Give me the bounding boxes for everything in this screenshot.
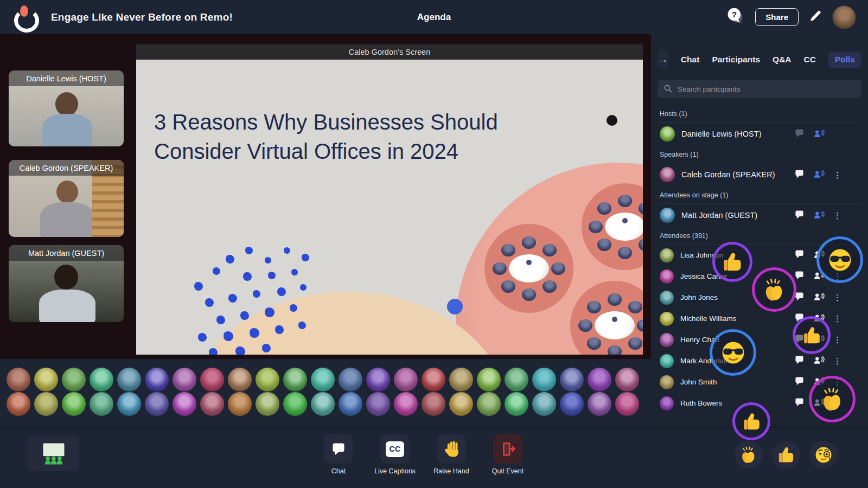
slide-chair: [628, 301, 642, 313]
more-options-icon[interactable]: ⋮: [833, 171, 841, 179]
attendee-avatar[interactable]: [311, 392, 335, 416]
participant-row[interactable]: Danielle Lewis (HOST): [651, 123, 868, 145]
stage-view-button[interactable]: [28, 436, 79, 471]
more-options-icon[interactable]: ⋮: [833, 357, 841, 365]
attendee-avatar[interactable]: [256, 392, 279, 416]
collapse-sidebar-icon[interactable]: →: [658, 50, 668, 69]
chat-icon[interactable]: [794, 169, 805, 181]
user-avatar[interactable]: [832, 5, 856, 29]
more-options-icon[interactable]: ⋮: [833, 314, 841, 323]
attendee-avatar[interactable]: [560, 392, 584, 416]
attendee-avatar[interactable]: [7, 368, 30, 391]
more-options-icon[interactable]: ⋮: [833, 293, 841, 301]
tab-qa[interactable]: Q&A: [773, 52, 791, 68]
attendee-avatar[interactable]: [588, 392, 611, 416]
chat-icon[interactable]: [794, 249, 805, 261]
attendee-avatar[interactable]: [449, 392, 473, 416]
video-tile-speaker[interactable]: Caleb Gordon (SPEAKER): [9, 160, 124, 237]
attendee-avatar[interactable]: [588, 368, 611, 391]
attendee-avatar[interactable]: [560, 368, 584, 391]
attendee-avatar-row: [7, 392, 639, 416]
attendee-avatar[interactable]: [200, 368, 224, 391]
toolbar-label: Raise Hand: [433, 467, 469, 475]
attendee-avatar[interactable]: [34, 392, 58, 416]
attendee-avatar[interactable]: [366, 368, 390, 391]
participant-row[interactable]: Michelle Williams⋮: [651, 308, 868, 329]
search-participants-box[interactable]: [658, 80, 861, 98]
chat-icon[interactable]: [794, 209, 805, 222]
attendee-avatar[interactable]: [173, 368, 196, 391]
tab-chat[interactable]: Chat: [681, 52, 699, 68]
monocle-face-reaction-button[interactable]: [809, 441, 838, 469]
attendee-avatar[interactable]: [200, 392, 224, 416]
participant-row[interactable]: Caleb Gordan (SPEAKER)⋮: [651, 163, 868, 186]
attendee-avatar[interactable]: [505, 368, 528, 391]
attendee-avatar[interactable]: [62, 392, 86, 416]
attendee-avatar[interactable]: [394, 392, 418, 416]
more-options-icon[interactable]: ⋮: [833, 211, 841, 220]
chat-icon[interactable]: [794, 128, 805, 140]
attendee-avatar[interactable]: [256, 368, 279, 391]
attendee-avatar[interactable]: [477, 392, 501, 416]
slide-blue-dot-pattern: [198, 333, 207, 342]
raise-hand-button[interactable]: [437, 434, 466, 464]
tab-cc[interactable]: CC: [804, 52, 816, 68]
attendee-avatar[interactable]: [283, 392, 307, 416]
more-options-icon[interactable]: ⋮: [833, 336, 841, 344]
attendee-avatar[interactable]: [34, 368, 58, 391]
attendee-avatar[interactable]: [311, 368, 335, 391]
attendee-avatar[interactable]: [449, 368, 473, 391]
chat-icon[interactable]: [794, 270, 805, 282]
attendee-avatar[interactable]: [422, 368, 445, 391]
participant-row[interactable]: Mark Anderson⋮: [651, 350, 868, 371]
attendee-avatar[interactable]: [422, 392, 445, 416]
share-button[interactable]: Share: [755, 8, 799, 26]
invite-to-speak-icon[interactable]: [813, 168, 825, 182]
attendee-avatar[interactable]: [228, 368, 252, 391]
attendee-avatar[interactable]: [228, 392, 252, 416]
attendee-avatar[interactable]: [90, 368, 113, 391]
chat-button[interactable]: [324, 434, 353, 464]
invite-to-speak-icon[interactable]: [813, 354, 825, 368]
participant-row[interactable]: Henry Chan⋮: [651, 329, 868, 350]
chat-icon[interactable]: [794, 397, 805, 409]
attendee-avatar[interactable]: [90, 392, 113, 416]
clap-reaction-button[interactable]: [735, 441, 763, 469]
attendee-avatar[interactable]: [532, 392, 556, 416]
attendee-avatar[interactable]: [117, 368, 141, 391]
attendee-avatar[interactable]: [339, 368, 362, 391]
pencil-icon[interactable]: [808, 9, 822, 25]
attendee-avatar[interactable]: [7, 392, 30, 416]
live-captions-button[interactable]: CC: [380, 434, 410, 464]
chat-icon[interactable]: [794, 355, 805, 367]
video-tile-host[interactable]: Danielle Lewis (HOST): [9, 70, 124, 146]
chat-icon[interactable]: [794, 376, 805, 388]
attendee-avatar[interactable]: [615, 368, 639, 391]
attendee-avatar[interactable]: [117, 392, 141, 416]
thumbs-up-reaction-button[interactable]: [772, 441, 800, 469]
tab-polls[interactable]: Polls: [828, 52, 861, 68]
search-participants-input[interactable]: [676, 85, 856, 94]
attendee-avatar[interactable]: [62, 368, 86, 391]
attendee-avatar[interactable]: [532, 368, 556, 391]
slide-blue-dot-pattern: [194, 282, 203, 291]
attendee-avatar[interactable]: [173, 392, 196, 416]
attendee-avatar[interactable]: [145, 368, 169, 391]
attendee-avatar[interactable]: [339, 392, 362, 416]
tab-participants[interactable]: Participants: [712, 52, 760, 68]
video-tile-guest[interactable]: Matt Jordan (GUEST): [9, 245, 124, 322]
invite-to-speak-icon[interactable]: [813, 127, 825, 141]
invite-to-speak-icon[interactable]: [813, 291, 825, 304]
help-bubble-icon[interactable]: ?: [726, 7, 745, 28]
attendee-avatar[interactable]: [505, 392, 528, 416]
slide-blue-dot-pattern: [228, 294, 237, 303]
attendee-avatar[interactable]: [145, 392, 169, 416]
participant-row[interactable]: Matt Jordan (GUEST)⋮: [651, 204, 868, 227]
attendee-avatar[interactable]: [366, 392, 390, 416]
invite-to-speak-icon[interactable]: [813, 209, 825, 222]
attendee-avatar[interactable]: [477, 368, 501, 391]
attendee-avatar[interactable]: [394, 368, 418, 391]
attendee-avatar[interactable]: [283, 368, 307, 391]
attendee-avatar[interactable]: [615, 392, 639, 416]
quit-event-button[interactable]: [493, 434, 522, 464]
